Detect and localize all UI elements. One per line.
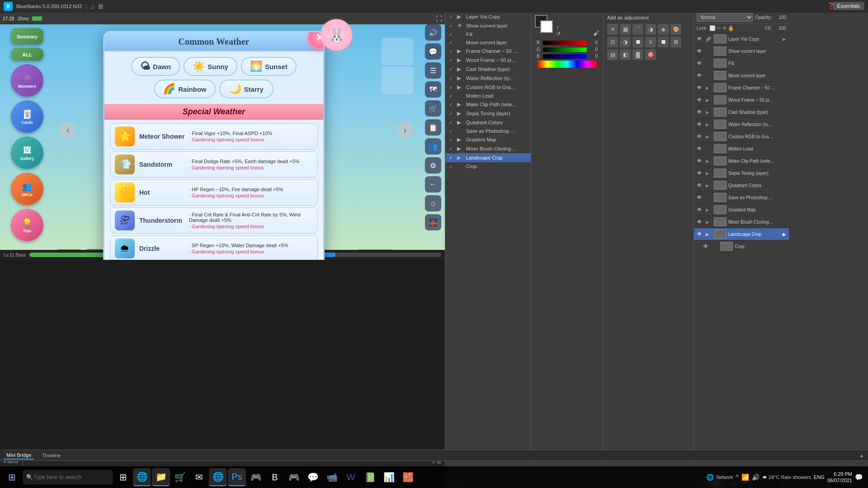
chat-icon[interactable]: 💬 xyxy=(425,43,441,60)
tray-up-icon[interactable]: ^ xyxy=(736,474,739,481)
nav-gallery[interactable]: 🖼 Gallery xyxy=(11,136,43,169)
layer-eye-icon[interactable]: 👁 xyxy=(697,36,704,42)
notification-icon[interactable]: 💬 xyxy=(855,474,863,481)
blue-slider[interactable] xyxy=(543,54,587,59)
bridge-icon[interactable]: 🌉 xyxy=(425,214,441,230)
nav-summary[interactable]: Summary xyxy=(11,28,43,44)
expand-icon[interactable]: ▶ xyxy=(783,37,786,42)
menu-icon[interactable]: ☰ xyxy=(425,62,441,79)
water-reflection-layer[interactable]: 👁 ▶ Water Reflection (ty... xyxy=(694,118,789,131)
fill-layer[interactable]: 👁 Fill xyxy=(694,57,789,70)
home-icon[interactable]: ⌂ xyxy=(90,3,94,10)
shop-icon[interactable]: 🛒 xyxy=(425,100,441,117)
color-picker-icon[interactable]: 🖌 xyxy=(593,29,599,37)
gradient-map-icon[interactable]: ▓ xyxy=(632,49,643,60)
history-item-gradient-map[interactable]: ✓ ▶ Gradient Map xyxy=(445,135,531,144)
expand-icon-17[interactable]: ▶ xyxy=(783,232,786,237)
selective-color-icon[interactable]: 🎯 xyxy=(645,49,656,60)
layer-eye-6[interactable]: 👁 xyxy=(697,97,704,103)
home2-icon[interactable]: ⌂ xyxy=(425,195,441,211)
levels-icon[interactable]: ▦ xyxy=(620,24,631,35)
messenger-icon[interactable]: 💬 xyxy=(304,468,322,486)
lock-image-icon[interactable]: ✏ xyxy=(717,25,721,31)
meteor-shower-item[interactable]: ⭐ Meteor Shower · Final Vigor +10%, Fina… xyxy=(110,123,318,150)
history-item-landscape-crop[interactable]: ✓ ▶ Landscape Crop xyxy=(445,153,531,162)
mail-icon[interactable]: ✉ xyxy=(190,468,208,486)
thunderstorm-item[interactable]: ⛈ Thunderstorm · Final Crit Rate & Final… xyxy=(110,207,318,234)
layer-eye-8[interactable]: 👁 xyxy=(697,121,704,127)
history-item-save-photoshop[interactable]: ✓ Save as Photoshop ... xyxy=(445,127,531,135)
gamepad-icon[interactable]: 🎮 xyxy=(247,468,265,486)
show-current-layer[interactable]: 👁 Show current layer xyxy=(694,45,789,57)
layer-eye-7[interactable]: 👁 xyxy=(697,109,704,115)
layer-eye-18[interactable]: 👁 xyxy=(703,243,710,249)
layer-eye-2[interactable]: 👁 xyxy=(697,48,704,54)
party-icon[interactable]: 👥 xyxy=(425,138,441,155)
layer-eye-14[interactable]: 👁 xyxy=(697,194,704,201)
layer-eye-13[interactable]: 👁 xyxy=(697,182,704,188)
wood-frame-layer[interactable]: 👁 ▶ Wood Frame − 50 pi... xyxy=(694,94,789,106)
custom-rgb-layer[interactable]: 👁 ▶ Custom RGB to Gra... xyxy=(694,131,789,143)
layer-eye-9[interactable]: 👁 xyxy=(697,133,704,140)
mini-bridge-tab[interactable]: Mini Bridge xyxy=(4,451,34,460)
lock-transparent-icon[interactable]: ⬜ xyxy=(709,25,716,31)
nav-npcs[interactable]: 👥 NPCs xyxy=(11,173,43,205)
nav-all[interactable]: ALL xyxy=(11,48,43,61)
layered-icon[interactable]: 🧱 xyxy=(399,468,417,486)
frame-channel-layer[interactable]: 👁 ▶ Frame Channel − 50 ... xyxy=(694,82,789,94)
nav-cards[interactable]: 🃏 Cards xyxy=(11,100,43,133)
history-item-move[interactable]: ✓ Move current layer xyxy=(445,38,531,47)
zoom-icon[interactable]: 📹 xyxy=(323,468,341,486)
sepia-layer[interactable]: 👁 ▶ Sepia Toning (layer) xyxy=(694,167,789,179)
landscape-crop-layer[interactable]: 👁 ▶ Landscape Crop ▶ xyxy=(694,228,789,240)
rainbow-btn[interactable]: 🌈 Rainbow xyxy=(154,80,216,99)
chrome-icon[interactable]: 🌐 xyxy=(209,468,227,486)
save-photoshop-layer[interactable]: 👁 Save as Photoshop ... xyxy=(694,192,789,204)
grid-icon[interactable]: ⊞ xyxy=(98,3,104,10)
history-item-show-current[interactable]: ✓ 👁 Show current layer xyxy=(445,21,531,30)
bw-icon[interactable]: ◑ xyxy=(620,37,631,47)
history-item-mixer-brush[interactable]: ✓ ▶ Mixer Brush Cloning... xyxy=(445,144,531,153)
photoshop-taskbar-icon[interactable]: Ps xyxy=(228,468,246,486)
mixer-brush-layer[interactable]: 👁 ▶ Mixer Brush Cloning... xyxy=(694,216,789,228)
layer-eye-4[interactable]: 👁 xyxy=(697,72,704,79)
history-item-water-reflection[interactable]: ✓ ▶ Water Reflection (ty... xyxy=(445,74,531,83)
history-item-layer-via-copy[interactable]: ✓ ▶ Layer Via Copy xyxy=(445,12,531,21)
wifi-icon[interactable]: 📶 xyxy=(741,474,749,481)
dawn-btn[interactable]: 🌤 Dawn xyxy=(131,57,180,76)
back-icon[interactable]: ← xyxy=(425,176,441,192)
start-button[interactable]: ⊞ xyxy=(2,467,22,487)
color-lookup-icon[interactable]: 🔲 xyxy=(658,37,669,47)
color-spectrum-bar[interactable] xyxy=(538,61,597,68)
layer-eye-10[interactable]: 👁 xyxy=(697,145,704,152)
cast-shadow-layer[interactable]: 👁 ▶ Cast Shadow (type) xyxy=(694,106,789,118)
layer-eye-16[interactable]: 👁 xyxy=(697,219,704,225)
history-item-quadrant[interactable]: ✓ ▶ Quadrant Colors xyxy=(445,118,531,127)
timeline-tab[interactable]: Timeline xyxy=(39,452,63,459)
settings-icon[interactable]: ⚙ xyxy=(425,157,441,174)
channel-mixer-icon[interactable]: ≡ xyxy=(645,37,656,47)
network-icon[interactable]: 🌐 xyxy=(706,474,714,481)
invert-icon[interactable]: ⊞ xyxy=(670,37,681,47)
blend-mode-select[interactable]: Normal Multiply Screen xyxy=(697,13,753,22)
volume-icon[interactable]: 🔊 xyxy=(752,474,760,481)
crop-layer[interactable]: 👁 Crop xyxy=(694,240,789,253)
discord-icon[interactable]: 🎮 xyxy=(285,468,303,486)
history-item-molten-lead[interactable]: ✓ Molten Lead xyxy=(445,92,531,100)
fullscreen-icon[interactable]: ⛶ xyxy=(436,15,442,22)
posterize-icon[interactable]: ▤ xyxy=(607,49,618,60)
word-icon[interactable]: W xyxy=(342,468,360,486)
layer-eye-5[interactable]: 👁 xyxy=(697,84,704,91)
move-layer[interactable]: 👁 Move current layer xyxy=(694,70,789,82)
nav-tips[interactable]: 💡 Tips xyxy=(11,209,43,241)
nav-monsters[interactable]: 👾 Monsters xyxy=(11,64,43,97)
exposure-icon[interactable]: ◑ xyxy=(645,24,656,35)
sound-icon[interactable]: 🔊 xyxy=(425,24,441,41)
sunny-btn[interactable]: ☀️ Sunny xyxy=(184,57,237,76)
hsl-icon[interactable]: 🎨 xyxy=(670,24,681,35)
drizzle-item[interactable]: 🌧 Drizzle · SP Regen +10%, Water Damage … xyxy=(110,235,318,260)
vibrance-icon[interactable]: ◈ xyxy=(658,24,669,35)
bluestacks-taskbar-icon[interactable]: B xyxy=(266,468,284,486)
nav-arrow-left[interactable]: ‹ xyxy=(60,122,76,138)
store-icon[interactable]: 🛒 xyxy=(171,468,189,486)
